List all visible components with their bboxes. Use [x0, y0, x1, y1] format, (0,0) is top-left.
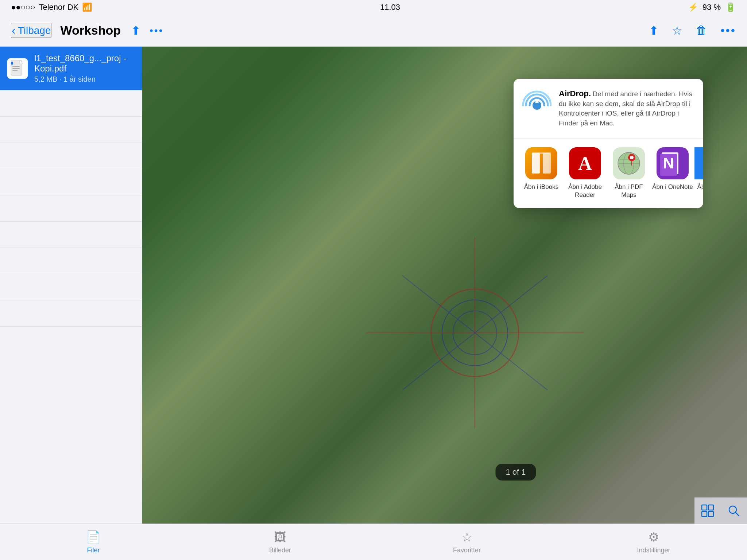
back-label: Tilbage: [18, 25, 51, 36]
svg-text:N: N: [663, 155, 674, 172]
empty-row-3: [0, 143, 142, 169]
ibooks-label: Åbn i iBooks: [524, 183, 559, 191]
tab-billeder[interactable]: 🖼 Billeder: [262, 530, 298, 554]
favoritter-icon: ☆: [461, 530, 472, 544]
nav-bar: ‹ Tilbage Workshop ⬆ ••• ⬆ ☆ 🗑 •••: [0, 15, 747, 47]
svg-point-28: [630, 156, 634, 159]
tab-indstillinger[interactable]: ⚙ Indstillinger: [635, 530, 672, 554]
more-icon[interactable]: •••: [720, 24, 736, 37]
onenote-icon: N: [657, 147, 689, 179]
airdrop-text: AirDrop. Del med andre i nærheden. Hvis …: [559, 89, 694, 128]
battery-icon: 🔋: [725, 2, 736, 12]
app-onenote[interactable]: N Åbn i OneNote: [651, 147, 694, 199]
svg-rect-18: [532, 152, 551, 154]
empty-row-7: [0, 248, 142, 274]
status-left: ●●○○○ Telenor DK 📶: [11, 3, 92, 12]
svg-rect-5: [11, 62, 13, 65]
empty-row-6: [0, 222, 142, 248]
ibooks-icon: [525, 147, 557, 179]
nav-left: ‹ Tilbage Workshop ⬆ •••: [11, 23, 163, 38]
file-list-item[interactable]: l1_test_8660_g..._proj - Kopi.pdf 5,2 MB…: [0, 47, 142, 90]
share-icon[interactable]: ⬆: [649, 24, 659, 38]
file-info: l1_test_8660_g..._proj - Kopi.pdf 5,2 MB…: [34, 53, 135, 83]
app-adobe-reader[interactable]: A Åbn i Adobe Reader: [563, 147, 607, 199]
more-icon-left[interactable]: •••: [150, 25, 163, 36]
pdfmaps-label: Åbn i PDF Maps: [607, 183, 651, 199]
main-content: AirDrop. Del med andre i nærheden. Hvis …: [142, 47, 747, 524]
partial-app-icon: [694, 147, 703, 179]
indstillinger-label: Indstillinger: [637, 547, 670, 554]
svg-rect-35: [708, 505, 713, 510]
svg-rect-16: [532, 153, 540, 174]
svg-rect-3: [12, 68, 20, 69]
svg-rect-15: [525, 147, 557, 179]
billeder-label: Billeder: [269, 547, 291, 554]
svg-rect-17: [543, 153, 551, 174]
favorite-icon[interactable]: ☆: [672, 24, 682, 38]
file-icon: [7, 58, 28, 79]
trash-icon[interactable]: 🗑: [696, 24, 707, 37]
wifi-icon: 📶: [82, 3, 92, 12]
status-right: ⚡ 93 % 🔋: [688, 2, 736, 12]
apps-section: Åbn i iBooks A Åbn i Adobe Reader: [514, 139, 703, 208]
adobe-label: Åbn i Adobe Reader: [563, 183, 607, 199]
back-button[interactable]: ‹ Tilbage: [11, 23, 51, 38]
back-chevron-icon: ‹: [12, 24, 16, 37]
adobe-icon: A: [569, 147, 601, 179]
airdrop-title: AirDrop.: [559, 89, 591, 98]
share-popup: AirDrop. Del med andre i nærheden. Hvis …: [514, 79, 703, 208]
empty-row-4: [0, 169, 142, 195]
onenote-label: Åbn i OneNote: [652, 183, 693, 191]
empty-row-2: [0, 117, 142, 143]
page-title: Workshop: [60, 23, 121, 38]
bluetooth-icon: ⚡: [688, 3, 698, 12]
svg-rect-2: [12, 66, 20, 67]
empty-row-9: [0, 300, 142, 327]
partial-label: Åb...: [697, 183, 703, 191]
filer-label: Filer: [87, 547, 100, 554]
empty-row-1: [0, 90, 142, 117]
app-ibooks[interactable]: Åbn i iBooks: [519, 147, 563, 199]
empty-row-5: [0, 195, 142, 222]
status-time: 11.03: [380, 3, 400, 12]
tab-bar: 📄 Filer 🖼 Billeder ☆ Favoritter ⚙ Indsti…: [0, 524, 747, 560]
empty-row-8: [0, 274, 142, 300]
file-name: l1_test_8660_g..._proj - Kopi.pdf: [34, 53, 135, 74]
billeder-icon: 🖼: [274, 530, 286, 544]
svg-text:A: A: [578, 153, 592, 174]
carrier-label: Telenor DK: [39, 3, 78, 12]
svg-rect-37: [708, 512, 713, 517]
svg-rect-36: [702, 512, 707, 517]
share-icon-left[interactable]: ⬆: [131, 24, 141, 38]
nav-right: ⬆ ☆ 🗑 •••: [649, 24, 736, 38]
tab-filer[interactable]: 📄 Filer: [75, 530, 112, 554]
grid-view-button[interactable]: [694, 498, 721, 524]
svg-line-39: [735, 512, 739, 516]
search-button[interactable]: [721, 498, 747, 524]
airdrop-section: AirDrop. Del med andre i nærheden. Hvis …: [514, 79, 703, 139]
filer-icon: 📄: [86, 530, 101, 544]
indstillinger-icon: ⚙: [648, 530, 659, 544]
favoritter-label: Favoritter: [453, 547, 481, 554]
battery-label: 93 %: [703, 3, 721, 12]
pdfmaps-icon: [613, 147, 645, 179]
svg-rect-34: [702, 505, 707, 510]
sidebar: l1_test_8660_g..._proj - Kopi.pdf 5,2 MB…: [0, 47, 142, 524]
app-pdf-maps[interactable]: Åbn i PDF Maps: [607, 147, 651, 199]
page-indicator: 1 of 1: [495, 464, 536, 481]
app-partial[interactable]: Åb...: [694, 147, 703, 199]
signal-dots: ●●○○○: [11, 3, 35, 12]
file-meta: 5,2 MB · 1 år siden: [34, 75, 135, 83]
nav-actions-left: ⬆ •••: [131, 24, 163, 38]
airdrop-icon: [522, 89, 551, 118]
svg-rect-4: [12, 70, 18, 71]
status-bar: ●●○○○ Telenor DK 📶 11.03 ⚡ 93 % 🔋: [0, 0, 747, 15]
tab-favoritter[interactable]: ☆ Favoritter: [449, 530, 485, 554]
